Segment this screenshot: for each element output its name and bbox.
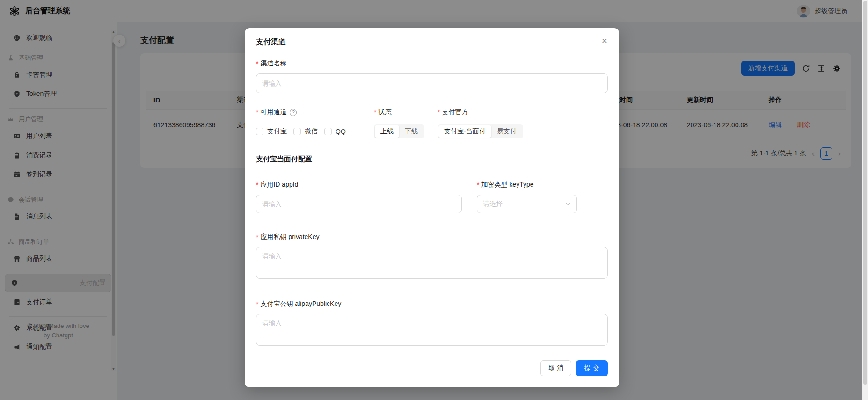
provider-field: * 支付官方 支付宝-当面付 易支付 <box>438 108 608 139</box>
required-mark: * <box>256 109 258 116</box>
provider-label: * 支付官方 <box>438 108 608 116</box>
required-mark: * <box>256 181 258 189</box>
required-mark: * <box>477 181 479 189</box>
available-channels-label: * 可用通道 ? <box>256 108 374 116</box>
checkbox-alipay[interactable]: 支付宝 <box>256 127 287 136</box>
label-text: 状态 <box>378 108 391 116</box>
key-type-label: * 加密类型 keyType <box>477 181 577 189</box>
label-text: 支付宝公钥 alipayPublicKey <box>260 300 341 308</box>
checkbox-label: QQ <box>336 128 346 135</box>
checkbox-label: 微信 <box>305 127 318 136</box>
channel-name-label: * 渠道名称 <box>256 59 608 68</box>
status-label: * 状态 <box>374 108 438 116</box>
checkbox-qq[interactable]: QQ <box>324 128 346 135</box>
required-mark: * <box>256 300 258 308</box>
key-type-field: * 加密类型 keyType 请选择 <box>477 168 577 213</box>
appid-keytype-row: * 应用ID appId * 加密类型 keyType 请选择 <box>256 168 608 213</box>
provider-option-alipay-f2f[interactable]: 支付宝-当面付 <box>438 125 491 138</box>
channel-name-input[interactable] <box>256 73 608 93</box>
select-placeholder: 请选择 <box>483 200 503 208</box>
checkbox-label: 支付宝 <box>267 127 287 136</box>
key-type-select[interactable]: 请选择 <box>477 195 577 213</box>
status-field: * 状态 上线 下线 <box>374 108 438 139</box>
app-id-input[interactable] <box>256 195 462 213</box>
required-mark: * <box>438 109 440 116</box>
close-icon[interactable]: × <box>598 34 612 48</box>
help-circle-icon[interactable]: ? <box>290 109 297 116</box>
public-key-textarea[interactable] <box>256 314 608 346</box>
segmented-control: 支付宝-当面付 易支付 <box>438 124 523 138</box>
required-mark: * <box>256 60 258 67</box>
chevron-down-icon <box>565 201 571 207</box>
checkbox-box[interactable] <box>293 128 301 135</box>
segmented-control: 上线 下线 <box>374 124 424 138</box>
modal-footer: 取 消 提 交 <box>256 360 608 376</box>
cancel-button[interactable]: 取 消 <box>540 360 571 376</box>
channel-checkbox-group: 支付宝 微信 QQ <box>256 124 374 139</box>
submit-button[interactable]: 提 交 <box>576 360 608 376</box>
label-text: 可用通道 <box>260 108 286 116</box>
status-segmented: 上线 下线 <box>374 124 438 139</box>
label-text: 应用ID appId <box>260 181 298 189</box>
payment-channel-modal: 支付渠道 × * 渠道名称 * 可用通道 ? 支付宝 微信 <box>245 28 619 387</box>
alipay-f2f-section-title: 支付宝当面付配置 <box>256 155 608 164</box>
private-key-textarea[interactable] <box>256 247 608 279</box>
provider-option-epay[interactable]: 易支付 <box>491 125 522 138</box>
checkbox-box[interactable] <box>256 128 263 135</box>
modal-title: 支付渠道 <box>256 37 608 47</box>
private-key-label: * 应用私钥 privateKey <box>256 233 608 241</box>
status-option-online[interactable]: 上线 <box>375 125 399 138</box>
required-mark: * <box>256 233 258 241</box>
status-option-offline[interactable]: 下线 <box>399 125 423 138</box>
page-scrollbar-thumb[interactable] <box>863 1 867 385</box>
app-id-field: * 应用ID appId <box>256 168 462 213</box>
available-channels-field: * 可用通道 ? 支付宝 微信 QQ <box>256 108 374 139</box>
public-key-label: * 支付宝公钥 alipayPublicKey <box>256 300 608 308</box>
provider-segmented: 支付宝-当面付 易支付 <box>438 124 608 139</box>
page-scrollbar[interactable] <box>862 0 868 400</box>
checkbox-wechat[interactable]: 微信 <box>293 127 318 136</box>
label-text: 加密类型 keyType <box>481 181 533 189</box>
label-text: 应用私钥 privateKey <box>260 233 319 241</box>
label-text: 支付官方 <box>442 108 468 116</box>
required-mark: * <box>374 109 376 116</box>
label-text: 渠道名称 <box>260 59 286 68</box>
app-id-label: * 应用ID appId <box>256 181 462 189</box>
options-row: * 可用通道 ? 支付宝 微信 QQ * <box>256 108 608 139</box>
checkbox-box[interactable] <box>324 128 332 135</box>
